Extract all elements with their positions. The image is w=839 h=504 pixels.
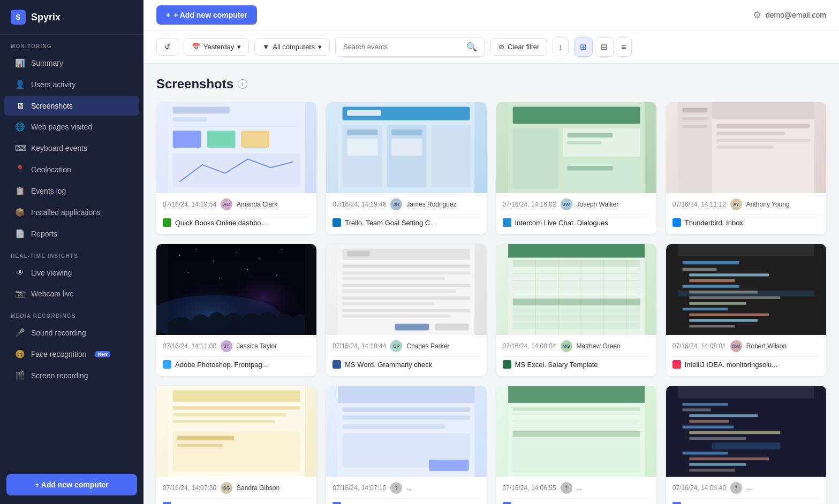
svg-rect-13 xyxy=(432,125,471,188)
refresh-icon: ↺ xyxy=(164,43,170,51)
date-filter-button[interactable]: 📅 Yesterday ▾ xyxy=(184,38,249,56)
sidebar-item-events-log[interactable]: 📋 Events log xyxy=(4,181,139,201)
chevron-down-icon2: ▾ xyxy=(318,43,322,51)
sidebar: S Spyrix MONITORING 📊 Summary 👤 Users ac… xyxy=(0,0,143,504)
section-title: Screenshots i xyxy=(156,77,826,91)
svg-rect-58 xyxy=(343,284,470,287)
avatar: AC xyxy=(221,198,232,210)
screenshot-card[interactable]: 07/16/24, 14:08:01RWRobert WilsonIntelli… xyxy=(666,244,826,376)
svg-rect-91 xyxy=(689,296,780,299)
sidebar-item-webcam-live[interactable]: 📷 Webcam live xyxy=(4,284,139,304)
screenshots-grid: 07/16/24, 14:19:54ACAmanda ClarkQuick Bo… xyxy=(156,102,826,504)
svg-rect-133 xyxy=(689,463,746,466)
screenshot-time-user: 07/16/24, 14:06:40?... xyxy=(672,482,820,494)
screenshot-card[interactable]: 07/16/24, 14:19:54ACAmanda ClarkQuick Bo… xyxy=(156,102,316,234)
screenshot-card[interactable]: 07/16/24, 14:11:12AYAnthony YoungThunder… xyxy=(666,102,826,234)
svg-rect-97 xyxy=(678,291,814,296)
app-name: ... xyxy=(345,502,351,505)
sidebar-item-web-pages[interactable]: 🌐 Web pages visited xyxy=(4,117,139,137)
screenshot-meta: 07/16/24, 14:08:01RWRobert WilsonIntelli… xyxy=(666,335,826,376)
screenshot-time-user: 07/16/24, 14:07:10?... xyxy=(332,482,480,494)
new-badge: New xyxy=(95,351,111,357)
screenshot-time: 07/16/24, 14:07:30 xyxy=(163,484,216,492)
sidebar-item-keyboard[interactable]: ⌨ Keyboard events xyxy=(4,138,139,158)
screenshot-card[interactable]: 07/16/24, 14:07:10?...... xyxy=(326,386,486,504)
screenshot-time-user: 07/16/24, 14:11:00JTJessica Taylor xyxy=(163,340,310,352)
view-list-button[interactable]: ≡ xyxy=(616,37,632,57)
screenshot-card[interactable]: 07/16/24, 14:19:46JRJames RodriguezTrell… xyxy=(326,102,486,234)
search-box[interactable]: 🔍 xyxy=(335,37,485,57)
svg-rect-60 xyxy=(343,296,470,300)
sidebar-item-summary[interactable]: 📊 Summary xyxy=(4,53,139,73)
sidebar-item-users-activity[interactable]: 👤 Users activity xyxy=(4,74,139,95)
add-computer-button-sidebar[interactable]: + Add new computer xyxy=(6,474,137,495)
view-grid-large-button[interactable]: ⊞ xyxy=(574,37,593,57)
sidebar-item-installed-apps[interactable]: 📦 Installed applications xyxy=(4,202,139,223)
screenshot-meta: 07/16/24, 14:11:12AYAnthony YoungThunder… xyxy=(666,193,826,234)
screenshot-card[interactable]: 07/16/24, 14:16:02JWJoseph WalkerInterco… xyxy=(496,102,656,234)
computers-filter-button[interactable]: ▼ All computers ▾ xyxy=(254,38,330,56)
events-log-icon: 📋 xyxy=(15,186,25,196)
live-viewing-icon: 👁 xyxy=(15,268,25,277)
svg-rect-63 xyxy=(343,315,451,318)
svg-rect-126 xyxy=(689,420,729,423)
sidebar-item-reports[interactable]: 📄 Reports xyxy=(4,224,139,244)
settings-icon[interactable]: ⚙ xyxy=(753,9,761,21)
sidebar-item-face-recognition[interactable]: 😊 Face recognition New xyxy=(4,344,139,364)
media-section-label: MEDIA RECORDINGS xyxy=(0,304,143,322)
screenshot-meta: 07/16/24, 14:19:46JRJames RodriguezTrell… xyxy=(326,193,486,234)
svg-rect-108 xyxy=(343,407,470,412)
screenshot-card[interactable]: 07/16/24, 14:10:44CPCharles ParkerMS Wor… xyxy=(326,244,486,376)
user-name: James Rodriguez xyxy=(406,201,456,208)
clear-filter-button[interactable]: ⊘ Clear filter xyxy=(490,38,547,56)
sidebar-logo: S Spyrix xyxy=(0,0,143,35)
screenshot-card[interactable]: 07/16/24, 14:08:04MGMatthew GreenMS Exce… xyxy=(496,244,656,376)
svg-rect-61 xyxy=(343,302,434,305)
svg-rect-132 xyxy=(689,457,769,460)
sidebar-item-screen-recording[interactable]: 🎬 Screen recording xyxy=(4,365,139,386)
svg-point-48 xyxy=(247,269,248,270)
info-icon[interactable]: i xyxy=(238,79,247,89)
screenshot-thumbnail xyxy=(326,386,486,477)
screenshot-meta: 07/16/24, 14:19:54ACAmanda ClarkQuick Bo… xyxy=(156,193,316,234)
screenshot-card[interactable]: 07/16/24, 14:11:00JTJessica TaylorAdobe … xyxy=(156,244,316,376)
screenshot-time-user: 07/16/24, 14:11:12AYAnthony Young xyxy=(672,198,820,210)
svg-rect-64 xyxy=(395,324,429,331)
screenshot-meta: 07/16/24, 14:06:55?...... xyxy=(496,477,656,504)
sidebar-item-label: Events log xyxy=(31,187,66,195)
avatar: JW xyxy=(561,198,572,210)
screenshot-card[interactable]: 07/16/24, 14:07:30SGSandra Gibson... xyxy=(156,386,316,504)
svg-rect-87 xyxy=(689,273,769,276)
screenshot-card[interactable]: 07/16/24, 14:06:40?...... xyxy=(666,386,826,504)
user-name: ... xyxy=(406,484,412,492)
refresh-button[interactable]: ↺ xyxy=(156,38,178,56)
svg-rect-104 xyxy=(177,436,234,441)
svg-rect-2 xyxy=(173,117,207,122)
avatar: JR xyxy=(390,198,402,210)
svg-rect-22 xyxy=(563,162,640,189)
sidebar-item-live-viewing[interactable]: 👁 Live viewing xyxy=(4,263,139,282)
view-grid-medium-button[interactable]: ⊟ xyxy=(595,37,614,57)
sort-button[interactable]: ↕ xyxy=(553,37,569,56)
svg-rect-31 xyxy=(716,139,810,142)
view-buttons: ⊞ ⊟ ≡ xyxy=(574,37,632,57)
add-computer-button-top[interactable]: + + Add new computer xyxy=(156,5,257,25)
svg-rect-62 xyxy=(343,309,470,312)
search-input[interactable] xyxy=(343,43,463,51)
app-icon xyxy=(503,360,511,369)
add-computer-label: + Add new computer xyxy=(173,11,247,19)
screenshot-app: Intercom Live Chat. Dialogues xyxy=(503,215,650,232)
screenshot-thumbnail xyxy=(156,102,316,193)
screenshot-time: 07/16/24, 14:07:10 xyxy=(332,484,386,492)
sidebar-item-geolocation[interactable]: 📍 Geolocation xyxy=(4,159,139,180)
realtime-section-label: REAL-TIME INSIGHTS xyxy=(0,245,143,262)
sidebar-item-sound-recording[interactable]: 🎤 Sound recording xyxy=(4,323,139,343)
svg-rect-17 xyxy=(391,139,422,156)
sidebar-item-label: Users activity xyxy=(31,80,75,89)
face-recognition-icon: 😊 xyxy=(15,349,25,359)
screenshot-card[interactable]: 07/16/24, 14:06:55?...... xyxy=(496,386,656,504)
svg-rect-19 xyxy=(512,107,640,124)
svg-rect-99 xyxy=(173,391,300,402)
sidebar-item-screenshots[interactable]: 🖥 Screenshots xyxy=(4,96,139,116)
svg-rect-56 xyxy=(343,271,470,274)
